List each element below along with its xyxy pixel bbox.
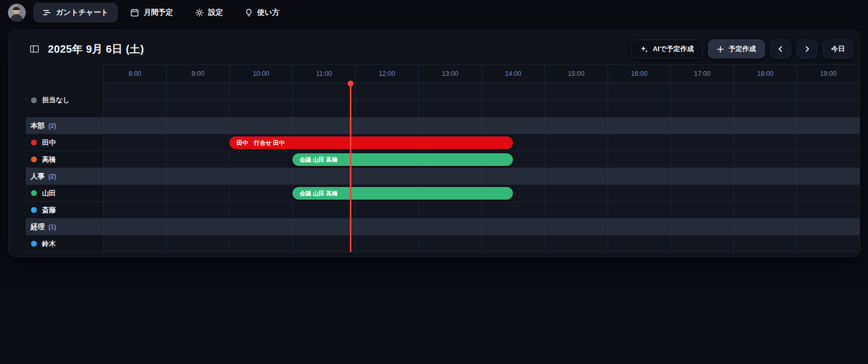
hour-label: 11:00 xyxy=(292,65,355,83)
group-member-count: (1) xyxy=(48,223,56,231)
header-buttons: AIで予定作成 予定作成 xyxy=(631,40,853,58)
nav-item-2[interactable]: 設定 xyxy=(186,3,233,23)
avatar-photo xyxy=(8,4,26,22)
hour-label: 12:00 xyxy=(355,65,418,83)
timeline-lane[interactable] xyxy=(103,235,860,252)
next-day-button[interactable] xyxy=(796,40,817,58)
member-color-dot xyxy=(31,190,37,196)
hour-label: 9:00 xyxy=(166,65,229,83)
timeline-lane[interactable]: 田中 打合せ 田中 xyxy=(103,134,860,151)
nav-item-label: ガントチャート xyxy=(56,8,108,17)
timeline-lane[interactable] xyxy=(103,202,860,218)
hour-label: 15:00 xyxy=(544,65,608,83)
panel-header: 2025年 9月 6日 (土) AIで予定作成 予定作成 xyxy=(9,31,860,64)
time-axis-cells: 8:009:0010:0011:0012:0013:0014:0015:0016… xyxy=(103,64,860,83)
group-name: 経理 xyxy=(31,222,45,232)
event-label: 会議 山田 高橋 xyxy=(300,190,338,198)
nav-item-1[interactable]: 月間予定 xyxy=(121,3,183,23)
hour-label: 14:00 xyxy=(481,65,544,83)
hour-label: 17:00 xyxy=(670,65,733,83)
member-row: 斎藤 xyxy=(26,201,860,218)
gantt-rows: 担当なし本部(2)田中田中 打合せ 田中高橋会議 山田 高橋人事(2)山田会議 … xyxy=(26,83,860,252)
create-event-button[interactable]: 予定作成 xyxy=(708,40,765,58)
hour-label: 18:00 xyxy=(733,65,796,83)
member-row: 担当なし xyxy=(26,83,860,117)
calendar-icon xyxy=(130,8,139,17)
time-axis-spacer xyxy=(26,64,103,83)
chevron-right-icon xyxy=(804,46,810,52)
sidebar-panel-icon[interactable] xyxy=(30,45,39,53)
member-row: 山田会議 山田 高橋 xyxy=(26,184,860,201)
sparkles-icon xyxy=(640,45,648,53)
gantt-grid: 8:009:0010:0011:0012:0013:0014:0015:0016… xyxy=(26,64,860,252)
group-row: 本部(2) xyxy=(26,117,860,134)
group-row: 経理(1) xyxy=(26,218,860,235)
gantt-chart-panel: 2025年 9月 6日 (土) AIで予定作成 予定作成 xyxy=(8,30,860,257)
group-name: 本部 xyxy=(31,121,45,131)
member-color-dot xyxy=(31,241,37,247)
nav-item-label: 月間予定 xyxy=(144,8,173,17)
chevron-left-icon xyxy=(778,46,784,52)
member-row: 鈴木 xyxy=(26,235,860,252)
lightbulb-icon xyxy=(245,8,253,17)
group-name: 人事 xyxy=(31,172,45,181)
nav-item-0[interactable]: ガントチャート xyxy=(33,3,118,23)
event-bar[interactable]: 会議 山田 高橋 xyxy=(292,187,513,200)
timeline-lane[interactable] xyxy=(103,168,860,184)
time-axis-header: 8:009:0010:0011:0012:0013:0014:0015:0016… xyxy=(26,64,860,83)
ai-create-event-button[interactable]: AIで予定作成 xyxy=(631,40,703,58)
group-row: 人事(2) xyxy=(26,168,860,184)
hour-label: 10:00 xyxy=(229,65,292,83)
group-member-count: (2) xyxy=(48,173,56,180)
hour-label: 19:00 xyxy=(796,65,860,83)
event-label: 田中 打合せ 田中 xyxy=(237,139,285,147)
member-name: 高橋 xyxy=(42,155,56,164)
nav-item-label: 設定 xyxy=(208,8,223,17)
member-row: 田中田中 打合せ 田中 xyxy=(26,134,860,151)
member-name: 斎藤 xyxy=(42,205,56,215)
member-color-dot xyxy=(31,97,37,103)
hour-label: 8:00 xyxy=(103,65,166,83)
nav-item-3[interactable]: 使い方 xyxy=(236,3,289,23)
event-bar[interactable]: 田中 打合せ 田中 xyxy=(229,136,513,149)
member-name: 山田 xyxy=(42,189,56,198)
hour-label: 16:00 xyxy=(608,65,671,83)
timeline-lane[interactable]: 会議 山田 高橋 xyxy=(103,151,860,168)
timeline-lane[interactable] xyxy=(103,83,860,117)
member-color-dot xyxy=(31,156,37,162)
gear-icon xyxy=(195,8,204,17)
timeline-lane[interactable] xyxy=(103,219,860,235)
member-name: 田中 xyxy=(42,138,56,147)
lane-divider xyxy=(103,100,860,101)
member-color-dot xyxy=(31,140,37,145)
timeline-lane[interactable]: 会議 山田 高橋 xyxy=(103,185,860,201)
nav-item-label: 使い方 xyxy=(257,8,279,17)
gantt-chart-icon xyxy=(43,9,51,16)
hour-label: 13:00 xyxy=(418,65,481,83)
timeline-lane[interactable] xyxy=(103,117,860,134)
previous-day-button[interactable] xyxy=(770,40,791,58)
user-avatar[interactable] xyxy=(8,4,26,22)
member-name: 担当なし xyxy=(42,95,70,105)
member-row: 高橋会議 山田 高橋 xyxy=(26,151,860,168)
date-title: 2025年 9月 6日 (土) xyxy=(48,42,144,56)
event-bar[interactable]: 会議 山田 高橋 xyxy=(292,153,513,166)
group-member-count: (2) xyxy=(48,122,56,130)
top-navigation-bar: ガントチャート月間予定設定使い方 xyxy=(0,0,868,25)
event-label: 会議 山田 高橋 xyxy=(300,156,338,164)
plus-icon xyxy=(717,46,724,53)
member-name: 鈴木 xyxy=(42,239,56,249)
nav-items: ガントチャート月間予定設定使い方 xyxy=(33,3,289,23)
member-color-dot xyxy=(31,207,37,213)
today-button[interactable]: 今日 xyxy=(823,40,853,58)
